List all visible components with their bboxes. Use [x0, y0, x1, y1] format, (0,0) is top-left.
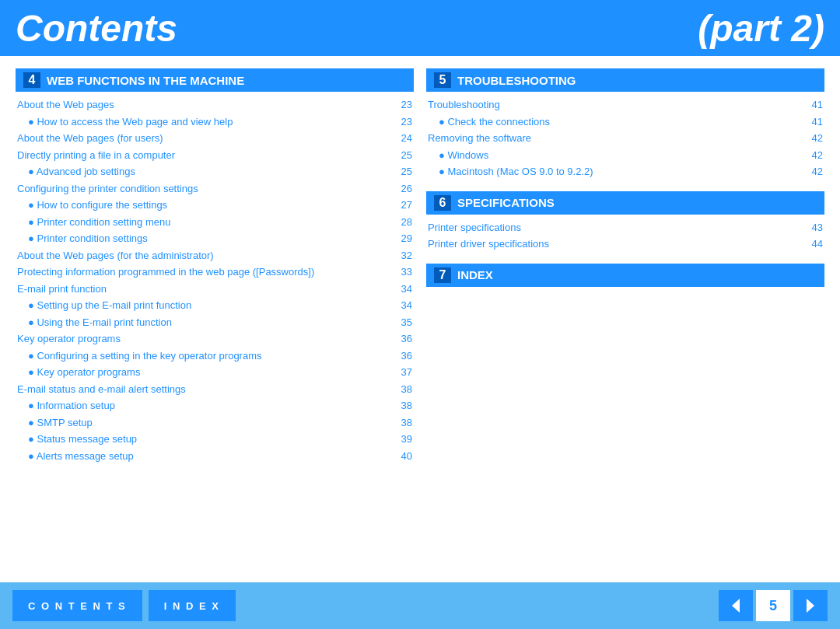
- toc-row: ● Using the E-mail print function35: [16, 314, 414, 331]
- svg-marker-0: [732, 599, 740, 613]
- section-6-header: 6 SPECIFICATIONS: [426, 191, 824, 215]
- toc-row: Key operator programs36: [16, 330, 414, 348]
- main-content: 4 WEB FUNCTIONS IN THE MACHINE About the…: [0, 56, 840, 582]
- toc-row: ● Information setup38: [16, 397, 414, 414]
- toc-item-text: ● Configuring a setting in the key opera…: [16, 348, 390, 365]
- toc-page-number: 36: [390, 330, 414, 348]
- section-4-toc: About the Web pages23● How to access the…: [16, 96, 414, 464]
- prev-page-button[interactable]: [719, 590, 753, 621]
- toc-row: E-mail print function34: [16, 281, 414, 298]
- next-arrow-icon: [802, 597, 819, 614]
- toc-page-number: 37: [390, 364, 414, 381]
- header: Contents (part 2): [0, 0, 840, 56]
- toc-page-number: 24: [390, 130, 414, 147]
- toc-item-text: ● Check the connections: [426, 114, 801, 131]
- toc-row: ● Check the connections41: [426, 114, 824, 131]
- toc-page-number: 42: [801, 163, 824, 180]
- section-5-title: TROUBLESHOOTING: [457, 74, 576, 87]
- toc-item-text: ● How to configure the settings: [16, 197, 390, 214]
- toc-item-text: ● Windows: [426, 147, 801, 164]
- section-6-title: SPECIFICATIONS: [457, 196, 555, 209]
- toc-row: About the Web pages (for the administrat…: [16, 247, 414, 264]
- toc-item-text: ● Printer condition setting menu: [16, 214, 390, 231]
- toc-page-number: 38: [390, 381, 414, 398]
- section-6-toc: Printer specifications43Printer driver s…: [426, 219, 824, 253]
- toc-row: ● Key operator programs37: [16, 364, 414, 381]
- toc-page-number: 42: [801, 130, 824, 147]
- page-navigation: 5: [719, 590, 828, 621]
- toc-item-text: ● Printer condition settings: [16, 230, 390, 247]
- toc-page-number: 25: [390, 163, 414, 180]
- toc-page-number: 34: [390, 297, 414, 314]
- toc-page-number: 23: [390, 96, 414, 114]
- index-button[interactable]: I N D E X: [149, 590, 236, 621]
- toc-item-text: Removing the software: [426, 130, 801, 147]
- toc-page-number: 25: [390, 147, 414, 164]
- toc-item-text: Protecting information programmed in the…: [16, 264, 390, 281]
- toc-row: Printer driver specifications44: [426, 236, 824, 253]
- toc-row: ● Alerts message setup40: [16, 448, 414, 465]
- toc-page-number: 41: [801, 114, 824, 131]
- toc-page-number: 23: [390, 114, 414, 131]
- section-7-header: 7 INDEX: [426, 264, 824, 287]
- toc-item-text: About the Web pages (for users): [16, 130, 390, 147]
- toc-row: Directly printing a file in a computer25: [16, 147, 414, 164]
- toc-row: ● Printer condition settings29: [16, 230, 414, 247]
- section-5-header: 5 TROUBLESHOOTING: [426, 68, 824, 92]
- toc-page-number: 40: [390, 448, 414, 465]
- toc-page-number: 32: [390, 247, 414, 264]
- toc-item-text: ● Macintosh (Mac OS 9.0 to 9.2.2): [426, 163, 801, 180]
- toc-item-text: E-mail status and e-mail alert settings: [16, 381, 390, 398]
- toc-row: ● How to configure the settings27: [16, 197, 414, 214]
- toc-page-number: 26: [390, 180, 414, 197]
- toc-page-number: 27: [390, 197, 414, 214]
- toc-item-text: ● How to access the Web page and view he…: [16, 114, 390, 131]
- toc-page-number: 41: [801, 96, 824, 114]
- toc-item-text: Key operator programs: [16, 330, 390, 348]
- contents-button[interactable]: C O N T E N T S: [12, 590, 142, 621]
- toc-item-text: About the Web pages (for the administrat…: [16, 247, 390, 264]
- toc-page-number: 38: [390, 414, 414, 432]
- toc-row: ● Advanced job settings25: [16, 163, 414, 180]
- toc-item-text: ● Advanced job settings: [16, 163, 390, 180]
- section-5-number: 5: [434, 72, 451, 88]
- toc-row: Protecting information programmed in the…: [16, 264, 414, 281]
- toc-item-text: Directly printing a file in a computer: [16, 147, 390, 164]
- section-4-number: 4: [23, 72, 40, 88]
- toc-page-number: 28: [390, 214, 414, 231]
- toc-item-text: ● Status message setup: [16, 431, 390, 448]
- toc-row: ● Setting up the E-mail print function34: [16, 297, 414, 314]
- section-4-header: 4 WEB FUNCTIONS IN THE MACHINE: [16, 68, 414, 92]
- page-number: 5: [756, 590, 790, 621]
- toc-item-text: Configuring the printer condition settin…: [16, 180, 390, 197]
- toc-page-number: 42: [801, 147, 824, 164]
- toc-page-number: 35: [390, 314, 414, 331]
- section-6-number: 6: [434, 195, 451, 211]
- next-page-button[interactable]: [793, 590, 828, 621]
- left-column: 4 WEB FUNCTIONS IN THE MACHINE About the…: [16, 68, 414, 570]
- section-4-title: WEB FUNCTIONS IN THE MACHINE: [47, 74, 244, 87]
- toc-row: ● How to access the Web page and view he…: [16, 114, 414, 131]
- toc-item-text: ● Information setup: [16, 397, 390, 414]
- toc-item-text: Printer specifications: [426, 219, 801, 236]
- toc-item-text: ● Using the E-mail print function: [16, 314, 390, 331]
- toc-row: E-mail status and e-mail alert settings3…: [16, 381, 414, 398]
- toc-item-text: ● Alerts message setup: [16, 448, 390, 465]
- toc-page-number: 29: [390, 230, 414, 247]
- toc-page-number: 39: [390, 431, 414, 448]
- page-title: Contents: [16, 7, 177, 50]
- toc-page-number: 33: [390, 264, 414, 281]
- toc-item-text: ● Key operator programs: [16, 364, 390, 381]
- toc-row: Printer specifications43: [426, 219, 824, 236]
- footer: C O N T E N T S I N D E X 5: [0, 582, 840, 629]
- toc-row: ● Status message setup39: [16, 431, 414, 448]
- toc-row: About the Web pages (for users)24: [16, 130, 414, 147]
- right-column: 5 TROUBLESHOOTING Troubleshooting41● Che…: [426, 68, 824, 570]
- toc-row: ● Macintosh (Mac OS 9.0 to 9.2.2)42: [426, 163, 824, 180]
- section-7-number: 7: [434, 267, 451, 283]
- part-label: (part 2): [698, 7, 824, 50]
- toc-page-number: 38: [390, 397, 414, 414]
- toc-row: About the Web pages23: [16, 96, 414, 114]
- toc-page-number: 36: [390, 348, 414, 365]
- toc-item-text: Printer driver specifications: [426, 236, 801, 253]
